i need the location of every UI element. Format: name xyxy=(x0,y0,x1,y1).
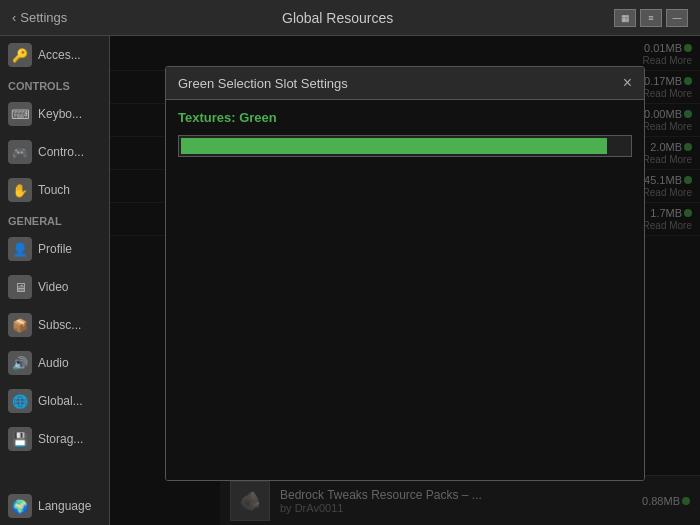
sidebar-item-touch[interactable]: ✋ Touch xyxy=(0,171,109,209)
sidebar-item-touch-label: Touch xyxy=(38,183,70,197)
modal-header: Green Selection Slot Settings × xyxy=(166,67,644,100)
modal-overlay: Green Selection Slot Settings × Textures… xyxy=(110,36,700,525)
sidebar-item-accessibility[interactable]: 🔑 Acces... xyxy=(0,36,109,74)
toolbar-icon-3[interactable]: — xyxy=(666,9,688,27)
profile-icon: 👤 xyxy=(8,237,32,261)
sidebar-item-storage-label: Storag... xyxy=(38,432,83,446)
textures-value: Green xyxy=(239,110,277,125)
toolbar-icon-1[interactable]: ▦ xyxy=(614,9,636,27)
top-bar: ‹ Settings Global Resources ▦ ≡ — xyxy=(0,0,700,36)
video-icon: 🖥 xyxy=(8,275,32,299)
controller-icon: 🎮 xyxy=(8,140,32,164)
toolbar-icon-2[interactable]: ≡ xyxy=(640,9,662,27)
sidebar-item-language-label: Language xyxy=(38,499,91,513)
sidebar-section-controls: Controls xyxy=(0,74,109,95)
touch-icon: ✋ xyxy=(8,178,32,202)
sidebar-item-controller[interactable]: 🎮 Contro... xyxy=(0,133,109,171)
sidebar-item-subscriptions-label: Subsc... xyxy=(38,318,81,332)
sidebar: 🔑 Acces... Controls ⌨ Keybo... 🎮 Contro.… xyxy=(0,36,110,525)
global-icon: 🌐 xyxy=(8,389,32,413)
sidebar-item-controller-label: Contro... xyxy=(38,145,84,159)
content-area: 0.01MB Read More 0.17MB Read More 0.00MB… xyxy=(110,36,700,525)
back-label: Settings xyxy=(20,10,67,25)
sidebar-item-subscriptions[interactable]: 📦 Subsc... xyxy=(0,306,109,344)
sidebar-item-keyboard[interactable]: ⌨ Keybo... xyxy=(0,95,109,133)
sidebar-item-storage[interactable]: 💾 Storag... xyxy=(0,420,109,458)
sidebar-section-general: General xyxy=(0,209,109,230)
main-layout: 🔑 Acces... Controls ⌨ Keybo... 🎮 Contro.… xyxy=(0,36,700,525)
accessibility-icon: 🔑 xyxy=(8,43,32,67)
back-button[interactable]: ‹ Settings xyxy=(12,10,67,25)
sidebar-item-profile-label: Profile xyxy=(38,242,72,256)
sidebar-item-audio-label: Audio xyxy=(38,356,69,370)
keyboard-icon: ⌨ xyxy=(8,102,32,126)
progress-bar-container xyxy=(178,135,632,157)
sidebar-item-accessibility-label: Acces... xyxy=(38,48,81,62)
modal-body: Textures: Green xyxy=(166,100,644,480)
modal-dialog: Green Selection Slot Settings × Textures… xyxy=(165,66,645,481)
sidebar-item-language[interactable]: 🌍 Language xyxy=(0,487,109,525)
subscriptions-icon: 📦 xyxy=(8,313,32,337)
sidebar-item-video-label: Video xyxy=(38,280,68,294)
sidebar-item-profile[interactable]: 👤 Profile xyxy=(0,230,109,268)
modal-close-button[interactable]: × xyxy=(623,75,632,91)
modal-title: Green Selection Slot Settings xyxy=(178,76,348,91)
sidebar-item-keyboard-label: Keybo... xyxy=(38,107,82,121)
sidebar-item-global-label: Global... xyxy=(38,394,83,408)
audio-icon: 🔊 xyxy=(8,351,32,375)
back-arrow-icon: ‹ xyxy=(12,10,16,25)
progress-bar-fill xyxy=(181,138,607,154)
sidebar-item-global[interactable]: 🌐 Global... xyxy=(0,382,109,420)
sidebar-item-video[interactable]: 🖥 Video xyxy=(0,268,109,306)
page-title: Global Resources xyxy=(67,10,608,26)
sidebar-item-audio[interactable]: 🔊 Audio xyxy=(0,344,109,382)
storage-icon: 💾 xyxy=(8,427,32,451)
language-icon: 🌍 xyxy=(8,494,32,518)
textures-label: Textures: Green xyxy=(178,110,632,125)
